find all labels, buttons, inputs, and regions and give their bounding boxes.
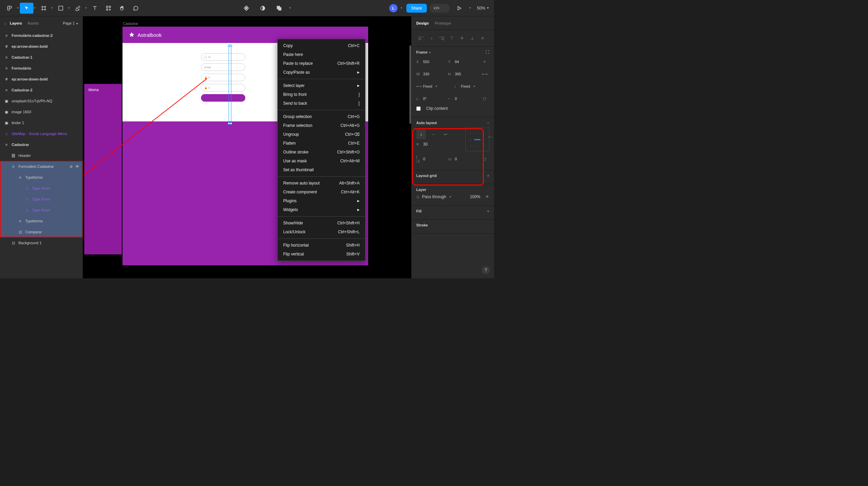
pen-tool[interactable] xyxy=(71,3,85,14)
corner-input[interactable]: 0 xyxy=(455,97,457,101)
menu-item[interactable]: Select layer▶ xyxy=(278,81,365,90)
blend-mode[interactable]: Pass through xyxy=(422,194,446,199)
layer-row[interactable]: ≡Typeforms xyxy=(0,172,83,183)
layer-row[interactable]: ⊡Background 1 xyxy=(0,237,83,248)
align-left-icon[interactable]: |⫍ xyxy=(416,33,426,43)
design-tab[interactable]: Design xyxy=(416,21,429,25)
layer-row[interactable]: #ep:arrow-down-bold xyxy=(0,41,83,52)
visibility-icon[interactable]: 👁 xyxy=(485,194,489,199)
h-input[interactable]: 395 xyxy=(455,72,461,76)
menu-item[interactable]: CopyCtrl+C xyxy=(278,41,365,50)
clip-content-checkbox[interactable] xyxy=(416,106,421,111)
constrain-icon[interactable]: ⟷ xyxy=(480,69,489,79)
layers-tab[interactable]: Layers xyxy=(10,21,22,25)
absolute-position-icon[interactable]: ⌖ xyxy=(480,57,489,67)
direction-vertical-icon[interactable]: ↓ xyxy=(416,130,426,139)
pad-v-input[interactable]: 0 xyxy=(455,157,457,161)
assets-tab[interactable]: Assets xyxy=(27,21,39,25)
menu-item[interactable]: Bring to front] xyxy=(278,90,365,99)
menu-item[interactable]: Use as maskCtrl+Alt+M xyxy=(278,157,365,165)
chevron-down-icon[interactable]: ▼ xyxy=(469,6,472,10)
chevron-down-icon[interactable]: ▼ xyxy=(85,6,88,10)
layer-row[interactable]: ⊡Comparar xyxy=(0,226,83,237)
layer-row[interactable]: ≡Cadastrar-2 xyxy=(0,85,83,95)
menu-item[interactable]: Flip horizontalShift+H xyxy=(278,241,365,250)
hand-tool[interactable] xyxy=(115,3,129,14)
wrap-icon[interactable]: ↩ xyxy=(441,130,450,139)
align-top-icon[interactable]: ⊤ xyxy=(447,33,457,43)
chevron-down-icon[interactable]: ▼ xyxy=(50,6,54,10)
menu-item[interactable]: Frame selectionCtrl+Alt+G xyxy=(278,121,365,130)
menu-item[interactable]: Paste here xyxy=(278,50,365,59)
layer-row[interactable]: ◇Type Form xyxy=(0,205,83,216)
zoom-level[interactable]: 50% ▼ xyxy=(475,6,491,11)
text-tool[interactable] xyxy=(88,3,102,14)
corner-detail-icon[interactable]: ◻ xyxy=(480,94,489,103)
add-fill-icon[interactable]: + xyxy=(487,209,489,213)
form-input-2[interactable]: Small xyxy=(201,63,245,71)
component-icon[interactable] xyxy=(240,3,253,14)
boolean-icon[interactable] xyxy=(272,3,286,14)
add-grid-icon[interactable]: + xyxy=(487,174,489,178)
layer-row[interactable]: ≡Formulário Cadastrar⊘👁 xyxy=(0,161,83,172)
layer-row[interactable]: ≡Cadastrar xyxy=(0,139,83,150)
help-button[interactable]: ? xyxy=(482,266,490,274)
padding-detail-icon[interactable]: ◻ xyxy=(480,154,489,164)
opacity-input[interactable]: 100% xyxy=(470,194,480,199)
menu-item[interactable]: Paste to replaceCtrl+Shift+R xyxy=(278,59,365,68)
menu-item[interactable]: Set as thumbnail xyxy=(278,165,365,174)
resize-to-fit-icon[interactable]: ⛶ xyxy=(486,50,489,54)
pad-h-input[interactable]: 0 xyxy=(423,157,425,161)
move-tool[interactable] xyxy=(20,3,33,14)
search-icon[interactable]: ⌕ xyxy=(4,21,6,26)
menu-item[interactable]: Group selectionCtrl+G xyxy=(278,112,365,121)
distribute-icon[interactable]: ≡ xyxy=(478,33,487,43)
layer-row[interactable]: ǁǁHeader xyxy=(0,150,83,161)
layer-row[interactable]: ≡Typeforms xyxy=(0,216,83,226)
chevron-down-icon[interactable]: ▼ xyxy=(400,6,404,10)
menu-item[interactable]: UngroupCtrl+⌫ xyxy=(278,130,365,139)
menu-item[interactable]: Lock/UnlockCtrl+Shift+L xyxy=(278,227,365,236)
chevron-down-icon[interactable]: ▼ xyxy=(68,6,71,10)
align-right-icon[interactable]: ⫎| xyxy=(437,33,446,43)
h-sizing[interactable]: Fixed xyxy=(461,84,470,88)
align-center-v-icon[interactable]: ✛ xyxy=(457,33,467,43)
comment-tool[interactable] xyxy=(129,3,143,14)
menu-item[interactable]: Outline strokeCtrl+Shift+O xyxy=(278,148,365,157)
dev-mode-toggle[interactable]: </> xyxy=(430,4,450,13)
menu-item[interactable]: Plugins▶ xyxy=(278,196,365,205)
menu-item[interactable]: Flip verticalShift+V xyxy=(278,250,365,259)
chevron-down-icon[interactable]: ▼ xyxy=(16,6,20,10)
form-input-1[interactable]: ◯ N xyxy=(201,53,245,61)
shape-tool[interactable] xyxy=(54,3,68,14)
menu-item[interactable]: Create componentCtrl+Alt+K xyxy=(278,188,365,196)
layer-row[interactable]: ≡Formulário xyxy=(0,63,83,74)
layer-row[interactable]: ▣unsplash:81oTqVPh-NQ xyxy=(0,95,83,106)
y-input[interactable]: 84 xyxy=(455,60,459,64)
share-button[interactable]: Share xyxy=(406,4,427,13)
menu-item[interactable]: Show/HideCtrl+Shift+H xyxy=(278,219,365,227)
form-submit[interactable] xyxy=(201,94,245,102)
autolayout-more-icon[interactable]: ⋯ xyxy=(485,132,494,142)
w-input[interactable]: 330 xyxy=(423,72,429,76)
lock-icon[interactable]: ⊘ xyxy=(70,164,73,169)
align-center-h-icon[interactable]: ⫞ xyxy=(426,33,436,43)
remove-autolayout-icon[interactable]: − xyxy=(487,121,489,125)
figma-menu[interactable] xyxy=(3,3,16,14)
menu-item[interactable]: Send to back[ xyxy=(278,99,365,108)
menu-item[interactable]: Widgets▶ xyxy=(278,205,365,214)
layer-row[interactable]: ◇SiteMap - Social Language Menu xyxy=(0,128,83,139)
layer-row[interactable]: ≡Formulário-cadastrar-2 xyxy=(0,30,83,41)
layer-row[interactable]: ≡Cadastrar-1 xyxy=(0,52,83,63)
direction-horizontal-icon[interactable]: → xyxy=(429,130,438,139)
menu-item[interactable]: Copy/Paste as▶ xyxy=(278,68,365,77)
align-bottom-icon[interactable]: ⊥ xyxy=(467,33,477,43)
layer-row[interactable]: ◇Type Form xyxy=(0,194,83,205)
w-sizing[interactable]: Fixed xyxy=(423,84,432,88)
layer-row[interactable]: ▣image 1603 xyxy=(0,106,83,117)
visibility-icon[interactable]: 👁 xyxy=(75,164,79,169)
gap-input[interactable]: 30 xyxy=(423,142,428,147)
page-selector[interactable]: Page 1 ▼ xyxy=(63,21,78,25)
form-input-3[interactable]: 🔒 S xyxy=(201,74,245,81)
user-avatar[interactable]: L xyxy=(389,4,397,12)
